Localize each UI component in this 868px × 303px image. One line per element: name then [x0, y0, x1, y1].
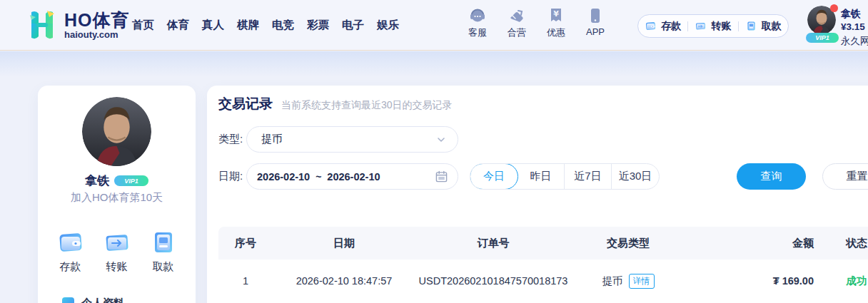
transfer-icon: [103, 228, 131, 257]
app-icon: [587, 7, 604, 24]
deposit-icon: [56, 228, 85, 257]
avatar[interactable]: VIP1: [807, 6, 836, 34]
nav-entertainment[interactable]: 娱乐: [377, 18, 399, 33]
date-from: 2026-02-10: [257, 171, 310, 183]
cell-date: 2026-02-10 18:47:57: [273, 275, 415, 287]
transfer-button[interactable]: 转账: [695, 20, 731, 33]
cell-amount: ₮ 169.00: [685, 275, 814, 287]
app-button[interactable]: APP: [582, 7, 609, 39]
col-amount: 金额: [685, 237, 814, 250]
logo-title: HO体育: [64, 11, 130, 29]
profile-icon: [62, 297, 74, 303]
divider: [687, 21, 688, 31]
date-label: 日期:: [218, 170, 246, 183]
withdraw-button[interactable]: 取款: [745, 20, 782, 33]
table-row: 1 2026-02-10 18:47:57 USDT20260210184757…: [218, 260, 868, 302]
main-nav: 首页 体育 真人 棋牌 电竞 彩票 电子 娱乐: [132, 0, 399, 51]
sidebar-withdraw-button[interactable]: 取款: [148, 228, 178, 274]
wallet-pill: 存款 转账 取款: [637, 14, 789, 38]
nav-board-games[interactable]: 棋牌: [237, 18, 259, 33]
partnership-button[interactable]: 合营: [503, 7, 530, 39]
logo-domain: haiouty.com: [64, 29, 130, 40]
nav-sports[interactable]: 体育: [167, 18, 189, 33]
partnership-icon: [508, 7, 525, 24]
promo-icon: [547, 7, 565, 24]
header-gradient: [0, 51, 868, 77]
user-balance: ¥3.15: [841, 20, 868, 34]
page-title: 交易记录: [218, 95, 273, 113]
detail-button[interactable]: 详情: [629, 274, 655, 289]
col-type: 交易类型: [571, 237, 685, 250]
sidebar-item-profile[interactable]: 个人资料: [62, 297, 124, 303]
chevron-down-icon: [436, 135, 446, 145]
col-order-no: 订单号: [415, 237, 571, 250]
avatar-photo: [82, 97, 151, 166]
type-select-value: 提币: [261, 133, 436, 146]
quick-date-30days[interactable]: 近30日: [612, 163, 659, 190]
calendar-icon: [435, 170, 448, 183]
deposit-icon: [645, 20, 657, 32]
header-quick-icons: 客服 合营 优惠 APP: [464, 7, 609, 39]
reset-button[interactable]: 重置: [822, 163, 868, 190]
cell-order-no: USDT202602101847570018173: [415, 275, 571, 287]
sidebar-transfer-button[interactable]: 转账: [102, 228, 132, 274]
divider: [738, 21, 739, 31]
quick-date-group: 今日 昨日 近7日 近30日: [470, 163, 660, 190]
vip-badge: VIP1: [114, 175, 148, 186]
sidebar-deposit-button[interactable]: 存款: [56, 228, 86, 274]
permanent-url-link[interactable]: 永久网: [841, 34, 868, 48]
quick-date-today[interactable]: 今日: [470, 163, 518, 190]
vip-badge: VIP1: [806, 33, 839, 43]
col-status: 状态: [814, 237, 868, 250]
promo-button[interactable]: 优惠: [542, 7, 570, 39]
transfer-icon: [695, 20, 707, 32]
quick-date-7days[interactable]: 近7日: [565, 163, 612, 190]
date-separator: ~: [316, 171, 321, 183]
col-date: 日期: [273, 237, 415, 250]
logo-icon: [27, 9, 57, 41]
profile-avatar[interactable]: [82, 97, 151, 166]
cell-index: 1: [218, 275, 273, 287]
cell-status: 成功: [814, 274, 868, 288]
profile-sidebar: 拿铁 VIP1 加入HO体育第10天 存款 转账 取款 个人资料: [38, 86, 196, 303]
type-label: 类型:: [218, 133, 246, 146]
nav-slots[interactable]: 电子: [342, 18, 364, 33]
cell-type: 提币 详情: [571, 274, 685, 289]
logo[interactable]: HO体育 haiouty.com: [27, 9, 130, 41]
nav-esports[interactable]: 电竞: [272, 18, 294, 33]
table-header-row: 序号 日期 订单号 交易类型 金额 状态: [218, 227, 868, 260]
type-select[interactable]: 提币: [246, 126, 458, 153]
nav-home[interactable]: 首页: [132, 18, 154, 33]
query-button[interactable]: 查询: [737, 163, 806, 190]
nav-lottery[interactable]: 彩票: [307, 18, 329, 33]
date-range-input[interactable]: 2026-02-10 ~ 2026-02-10: [246, 163, 458, 190]
date-to: 2026-02-10: [327, 171, 380, 183]
transactions-table: 序号 日期 订单号 交易类型 金额 状态 1 2026-02-10 18:47:…: [218, 227, 868, 302]
user-box: VIP1 拿铁 ¥3.15 永久网: [807, 6, 868, 34]
withdraw-icon: [149, 228, 178, 257]
profile-name: 拿铁: [85, 173, 109, 189]
customer-service-icon: [469, 7, 486, 24]
top-header: HO体育 haiouty.com 首页 体育 真人 棋牌 电竞 彩票 电子 娱乐…: [0, 0, 868, 51]
transaction-records-panel: 交易记录 当前系统支持查询最近30日的交易记录 类型: 提币 日期: 2026-…: [207, 86, 868, 303]
withdraw-icon: [745, 20, 757, 32]
deposit-button[interactable]: 存款: [645, 20, 681, 33]
col-index: 序号: [218, 237, 273, 250]
join-days-text: 加入HO体育第10天: [38, 191, 196, 205]
user-name: 拿铁: [841, 7, 868, 20]
notification-dot: [830, 4, 838, 12]
sidebar-actions: 存款 转账 取款: [38, 228, 196, 274]
page-subtitle: 当前系统支持查询最近30日的交易记录: [281, 99, 453, 112]
customer-service-button[interactable]: 客服: [464, 7, 491, 39]
nav-live-casino[interactable]: 真人: [202, 18, 224, 33]
quick-date-yesterday[interactable]: 昨日: [518, 163, 565, 190]
